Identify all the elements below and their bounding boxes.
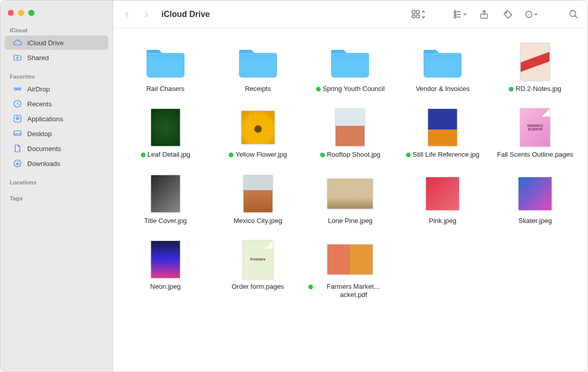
file-item[interactable]: Lone Pine.jpeg [307,174,394,225]
image-thumbnail-icon [142,174,189,214]
sidebar-item-desktop[interactable]: Desktop [5,126,108,141]
finder-window: iCloudiCloud DriveSharedFavoritesAirDrop… [0,0,588,372]
file-item[interactable]: Title Cover.jpg [122,174,209,225]
window-controls [1,5,113,25]
file-label: Skater.jpeg [519,217,552,225]
svg-line-26 [575,15,578,18]
sidebar-item-downloads[interactable]: Downloads [5,156,108,171]
sidebar-item-label: Desktop [27,130,52,138]
file-label: Leaf Detail.jpg [148,151,190,159]
file-label: Still Life Reference.jpg [413,151,480,159]
file-item[interactable]: SIGNATU SCENTSFall Scents Outline.pages [492,107,578,159]
view-mode-icon-button[interactable] [412,9,425,20]
file-item[interactable]: Neon.jpeg [122,239,209,300]
file-item[interactable]: Rooftop Shoot.jpg [307,107,394,159]
svg-rect-4 [14,131,21,136]
toolbar: iCloud Drive [113,1,587,28]
file-item[interactable]: Pink.jpeg [399,174,486,225]
sidebar-item-label: AirDrop [27,85,50,93]
image-thumbnail-icon [326,174,374,214]
tag-dot-icon [320,153,325,157]
nav-forward-button[interactable] [139,7,153,22]
nav-back-button[interactable] [120,7,135,22]
file-item[interactable]: RD.2-Notes.jpg [492,42,578,93]
file-label: Order form.pages [232,283,284,291]
tag-dot-icon [406,153,411,157]
sidebar-item-label: Documents [27,145,61,153]
file-item[interactable]: Leaf Detail.jpg [122,107,209,159]
search-button[interactable] [567,9,580,20]
svg-point-0 [17,57,19,59]
folder-icon [419,42,466,82]
svg-point-25 [570,10,576,16]
file-grid-area: Rail Chasers Receipts Spring Youth Counc… [113,28,587,371]
tag-dot-icon [316,87,321,91]
svg-rect-9 [416,10,419,13]
file-label: Yellow Flower.jpg [235,151,287,159]
file-item[interactable]: Vendor & Invoices [399,42,486,93]
file-label: Vendor & Invoices [416,85,470,93]
tag-dot-icon [229,153,233,157]
file-label: Receipts [245,85,271,93]
clock-icon [13,99,22,108]
file-label: Spring Youth Council [323,85,385,93]
file-item[interactable]: Mexico City.jpeg [215,174,301,225]
image-thumbnail-icon [142,239,189,280]
file-label: RD.2-Notes.jpg [516,85,561,93]
sidebar-item-label: Downloads [27,160,60,168]
file-label: Rail Chasers [146,85,185,93]
sidebar-item-airdrop[interactable]: AirDrop [5,82,108,96]
file-label: Mexico City.jpeg [233,217,282,225]
svg-rect-12 [454,11,456,12]
pages-document-icon: SIGNATU SCENTS [511,107,559,147]
close-window-button[interactable] [8,10,14,16]
sidebar-section-header: iCloud [1,25,113,35]
image-thumbnail-icon [511,174,559,214]
share-button[interactable] [477,9,491,20]
folder-icon [326,42,374,82]
file-item[interactable]: Rail Chasers [122,42,209,93]
image-thumbnail-icon [234,107,282,147]
pages-document-icon: Freshers [234,239,282,280]
svg-rect-3 [14,115,21,122]
tags-button[interactable] [501,9,514,20]
fullscreen-window-button[interactable] [28,10,34,16]
sidebar-item-shared[interactable]: Shared [5,50,108,65]
svg-point-1 [16,88,19,90]
file-label: Neon.jpeg [150,283,180,291]
svg-rect-14 [454,13,456,15]
file-item[interactable]: FreshersOrder form.pages [215,239,301,300]
sidebar-section-header: Tags [1,193,113,203]
file-item[interactable]: Farmers Market…acket.pdf [307,239,394,300]
file-item[interactable]: Receipts [215,42,301,93]
svg-point-20 [505,12,507,13]
main-panel: iCloud Drive [113,1,587,371]
cloud-icon [13,38,22,47]
tag-dot-icon [308,285,313,289]
sidebar-item-label: Recents [27,100,52,108]
minimize-window-button[interactable] [18,10,24,16]
sidebar-item-recents[interactable]: Recents [5,97,108,111]
sidebar-item-applications[interactable]: Applications [5,111,108,126]
file-item[interactable]: Skater.jpeg [492,174,578,225]
svg-rect-8 [412,10,415,13]
file-item[interactable]: Still Life Reference.jpg [399,107,486,159]
image-thumbnail-icon [419,107,466,147]
tag-dot-icon [141,153,145,157]
sidebar: iCloudiCloud DriveSharedFavoritesAirDrop… [1,1,113,371]
sidebar-item-documents[interactable]: Documents [5,141,108,156]
sidebar-item-icloud-drive[interactable]: iCloud Drive [5,35,108,50]
image-thumbnail-icon [142,107,189,147]
group-by-button[interactable] [454,9,467,20]
airdrop-icon [13,84,22,94]
file-label: Rooftop Shoot.jpg [327,151,380,159]
sidebar-item-label: Shared [27,54,49,62]
file-item[interactable]: Spring Youth Council [307,42,394,93]
file-item[interactable]: Yellow Flower.jpg [215,107,301,159]
image-thumbnail-icon [419,174,466,214]
sidebar-item-label: iCloud Drive [27,39,64,47]
sidebar-section-header: Favorites [1,71,113,81]
folder-icon [234,42,282,82]
more-actions-button[interactable] [525,9,538,20]
image-thumbnail-icon [326,239,374,280]
